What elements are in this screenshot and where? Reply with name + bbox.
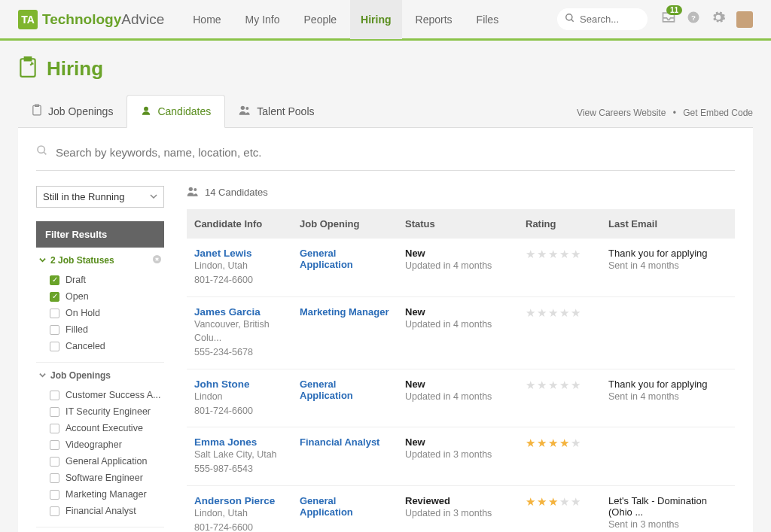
candidate-name-link[interactable]: Anderson Pierce [194, 495, 285, 506]
checkbox-icon[interactable] [50, 457, 59, 467]
chevron-down-icon [39, 255, 46, 266]
separator-dot: • [673, 108, 676, 118]
filter-option[interactable]: Open [39, 288, 161, 305]
candidate-name-link[interactable]: Emma Jones [194, 436, 285, 448]
table-row: James GarciaVancouver, British Colu...55… [187, 296, 735, 369]
job-opening-link[interactable]: General Application [300, 495, 353, 518]
filter-title-job-openings[interactable]: Job Openings [39, 370, 161, 381]
candidate-count-label: 14 Candidates [205, 187, 268, 198]
filter-option[interactable]: Canceled [39, 338, 161, 354]
checkbox-icon[interactable] [50, 440, 59, 450]
svg-rect-4 [20, 59, 35, 77]
gear-icon[interactable] [711, 10, 726, 29]
filter-option[interactable]: Filled [39, 321, 161, 338]
star-rating[interactable]: ★★★★★ [526, 495, 582, 508]
job-opening-link[interactable]: General Application [300, 248, 353, 270]
job-opening-link[interactable]: Marketing Manager [300, 306, 389, 318]
clear-filter-icon[interactable] [153, 255, 161, 266]
inbox-icon[interactable]: 11 [661, 10, 676, 29]
checkbox-icon[interactable] [50, 407, 59, 417]
filter-sidebar: Still in the Running Filter Results 2 Jo… [36, 186, 164, 532]
col-status: Status [398, 209, 518, 239]
candidate-count: 14 Candidates [187, 186, 735, 209]
page-header: Hiring [18, 56, 753, 81]
filter-option[interactable]: Software Engineer [39, 470, 161, 486]
svg-text:?: ? [691, 14, 696, 22]
svg-line-11 [44, 152, 46, 154]
status-sub: Updated in 4 months [405, 390, 510, 404]
candidate-name-link[interactable]: John Stone [194, 378, 285, 390]
job-opening-link[interactable]: General Application [300, 378, 353, 401]
help-icon[interactable]: ? [687, 11, 700, 28]
running-filter-select[interactable]: Still in the Running [36, 186, 164, 208]
filter-option[interactable]: Customer Success A... [39, 387, 161, 403]
filter-option[interactable]: On Hold [39, 305, 161, 321]
user-avatar[interactable] [736, 11, 753, 28]
nav-item-files[interactable]: Files [466, 0, 510, 39]
filter-option-label: Canceled [66, 341, 105, 351]
filter-group-candidate-statuses: 10 Candidate Statuses [36, 527, 164, 532]
global-search [557, 8, 648, 30]
careers-website-link[interactable]: View Careers Website [577, 108, 666, 118]
checkbox-icon[interactable] [50, 309, 59, 318]
col-job-opening: Job Opening [292, 209, 398, 239]
keyword-search-input[interactable] [56, 146, 735, 159]
star-rating[interactable]: ★★★★★ [526, 306, 582, 319]
checkbox-icon[interactable] [50, 275, 59, 285]
embed-code-link[interactable]: Get Embed Code [683, 108, 753, 118]
email-sent: Sent in 4 months [608, 259, 727, 273]
hiring-icon [18, 56, 38, 81]
checkbox-icon[interactable] [50, 342, 59, 351]
brand-text: TechnologyAdvice [42, 11, 164, 28]
status-sub: Updated in 4 months [405, 318, 510, 332]
status-label: New [405, 248, 510, 259]
nav-item-reports[interactable]: Reports [405, 0, 463, 39]
brand-mark-icon: TA [18, 10, 38, 29]
svg-point-0 [566, 14, 572, 20]
candidate-location: Salt Lake City, Utah [194, 448, 285, 462]
filter-option[interactable]: Videographer [39, 436, 161, 453]
filter-option-label: IT Security Engineer [66, 406, 151, 417]
checkbox-icon[interactable] [50, 424, 59, 433]
checkbox-icon[interactable] [50, 391, 59, 400]
filter-option[interactable]: Financial Analyst [39, 503, 161, 519]
tab-candidates[interactable]: Candidates [126, 95, 225, 128]
candidates-table: Candidate Info Job Opening Status Rating… [187, 209, 735, 532]
candidate-phone: 801-724-6600 [194, 404, 285, 418]
checkbox-icon[interactable] [50, 506, 59, 516]
checkbox-icon[interactable] [50, 325, 59, 335]
topbar-icon-group: 11 ? [661, 10, 753, 29]
candidate-phone: 801-724-6600 [194, 273, 285, 287]
tab-talent-pools[interactable]: Talent Pools [225, 95, 328, 127]
checkbox-icon[interactable] [50, 292, 59, 302]
filter-option[interactable]: Marketing Manager [39, 486, 161, 503]
filter-option[interactable]: Account Executive [39, 420, 161, 436]
content-area: Still in the Running Filter Results 2 Jo… [18, 128, 753, 532]
nav-item-my-info[interactable]: My Info [235, 0, 291, 39]
status-label: New [405, 378, 510, 390]
star-rating[interactable]: ★★★★★ [526, 378, 582, 391]
candidate-name-link[interactable]: Janet Lewis [194, 248, 285, 259]
tab-label: Candidates [157, 105, 211, 117]
star-rating[interactable]: ★★★★★ [526, 436, 582, 449]
notification-badge: 11 [666, 5, 682, 15]
main-nav: HomeMy InfoPeopleHiringReportsFiles [182, 0, 509, 39]
filter-option[interactable]: General Application [39, 453, 161, 470]
filter-title-job-statuses[interactable]: 2 Job Statuses [39, 255, 161, 266]
star-rating[interactable]: ★★★★★ [526, 248, 582, 260]
tab-job-openings[interactable]: Job Openings [18, 95, 126, 127]
nav-item-hiring[interactable]: Hiring [350, 0, 401, 39]
candidate-location: Lindon, Utah [194, 259, 285, 273]
checkbox-icon[interactable] [50, 473, 59, 483]
nav-item-home[interactable]: Home [182, 0, 231, 39]
checkbox-icon[interactable] [50, 490, 59, 500]
top-bar: TA TechnologyAdvice HomeMy InfoPeopleHir… [0, 0, 771, 41]
people-icon [187, 186, 199, 199]
filter-option[interactable]: IT Security Engineer [39, 403, 161, 420]
candidate-name-link[interactable]: James Garcia [194, 306, 285, 318]
brand-logo[interactable]: TA TechnologyAdvice [18, 10, 164, 29]
candidate-phone: 555-234-5678 [194, 345, 285, 360]
filter-option[interactable]: Draft [39, 272, 161, 288]
nav-item-people[interactable]: People [294, 0, 348, 39]
job-opening-link[interactable]: Financial Analyst [300, 436, 379, 448]
